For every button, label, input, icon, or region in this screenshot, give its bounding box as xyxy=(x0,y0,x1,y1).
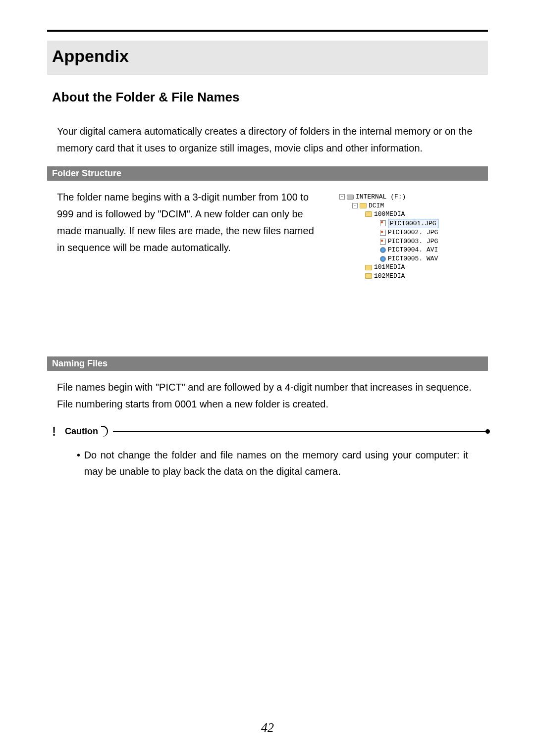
tree-file-label: PICT0005. WAV xyxy=(388,254,438,263)
image-file-icon xyxy=(380,220,386,226)
naming-files-heading: Naming Files xyxy=(47,356,488,371)
folder-structure-row: The folder name begins with a 3-digit nu… xyxy=(57,189,478,290)
folder-icon xyxy=(365,265,372,270)
tree-file-label: PICT0003. JPG xyxy=(388,237,438,246)
collapse-icon: - xyxy=(339,194,345,200)
intro-paragraph: Your digital camera automatically create… xyxy=(57,123,478,156)
tree-folder-label: 102MEDIA xyxy=(374,272,405,281)
tree-file-label: PICT0001.JPG xyxy=(388,219,438,229)
caution-bullet: • Do not change the folder and file name… xyxy=(77,447,468,480)
page-number: 42 xyxy=(0,720,535,735)
tree-folder-row: 102MEDIA xyxy=(332,272,475,281)
caution-dot-icon xyxy=(485,429,490,434)
tree-file-label: PICT0002. JPG xyxy=(388,228,438,237)
folder-icon xyxy=(365,211,372,217)
media-file-icon xyxy=(380,256,386,262)
caution-rule xyxy=(111,431,488,432)
tree-folder-label: 101MEDIA xyxy=(374,263,405,272)
media-file-icon xyxy=(380,247,386,253)
tree-folder-row: 100MEDIA xyxy=(332,210,475,219)
tree-dcim-label: DCIM xyxy=(369,202,384,210)
tree-file-row: PICT0004. AVI xyxy=(332,246,475,254)
tree-file-row: PICT0003. JPG xyxy=(332,237,475,246)
caution-block: ! Caution xyxy=(47,424,488,438)
caution-text: Caution xyxy=(65,426,98,437)
caution-curve-icon xyxy=(101,426,108,437)
folder-tree: - INTERNAL (F:) - DCIM 100MEDIA PICT0001… xyxy=(329,189,478,290)
exclamation-icon: ! xyxy=(47,424,61,438)
tree-drive-row: - INTERNAL (F:) xyxy=(332,193,475,202)
image-file-icon xyxy=(380,239,386,245)
image-file-icon xyxy=(380,230,386,236)
tree-file-row: PICT0002. JPG xyxy=(332,228,475,237)
drive-icon xyxy=(347,195,354,200)
naming-files-body: File names begin with "PICT" and are fol… xyxy=(57,379,478,412)
folder-structure-heading: Folder Structure xyxy=(47,166,488,181)
spacer xyxy=(47,310,488,354)
folder-structure-body: The folder name begins with a 3-digit nu… xyxy=(57,189,318,256)
top-rule xyxy=(47,30,488,32)
section-heading: About the Folder & File Names xyxy=(52,90,483,105)
folder-icon xyxy=(360,203,367,208)
caution-bullet-text: Do not change the folder and file names … xyxy=(84,447,468,480)
tree-file-label: PICT0004. AVI xyxy=(388,246,438,254)
appendix-heading-band: Appendix xyxy=(47,41,488,75)
tree-file-row: PICT0005. WAV xyxy=(332,254,475,263)
tree-dcim-row: - DCIM xyxy=(332,202,475,210)
tree-file-row: PICT0001.JPG xyxy=(332,219,475,229)
appendix-heading: Appendix xyxy=(52,47,483,66)
tree-folder-label: 100MEDIA xyxy=(374,210,405,219)
tree-drive-label: INTERNAL (F:) xyxy=(356,193,406,202)
folder-icon xyxy=(365,273,372,279)
caution-label: ! Caution xyxy=(47,424,113,438)
bullet-icon: • xyxy=(77,447,84,480)
document-page: Appendix About the Folder & File Names Y… xyxy=(0,0,535,756)
tree-folder-row: 101MEDIA xyxy=(332,263,475,272)
collapse-icon: - xyxy=(352,203,358,208)
